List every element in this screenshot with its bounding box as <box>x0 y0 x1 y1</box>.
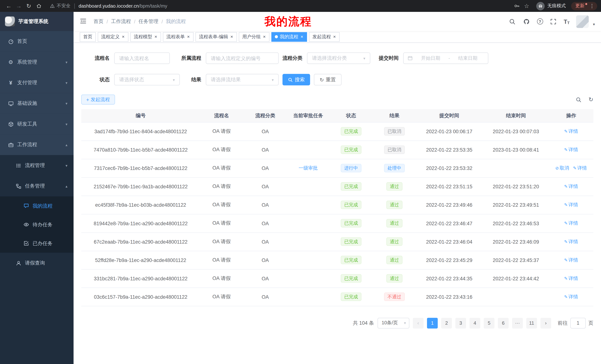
category-select[interactable]: 请选择流程分类 ▾ <box>307 52 370 64</box>
forward-icon[interactable]: → <box>14 1 24 11</box>
search-icon[interactable] <box>509 18 516 25</box>
security-indicator[interactable]: 不安全 <box>50 3 70 9</box>
detail-action[interactable]: ✎详情 <box>564 239 578 244</box>
detail-action[interactable]: ✎详情 <box>564 220 578 226</box>
page-button-11[interactable]: 11 <box>526 318 537 328</box>
tab-3[interactable]: 流程表单× <box>163 32 193 42</box>
browser-chrome: ← → ↻ 不安全 dashboard.yudao.iocoder.cn/bpm… <box>0 0 601 12</box>
avatar[interactable] <box>576 15 589 28</box>
help-icon[interactable]: ? <box>537 18 543 25</box>
page-size-select[interactable]: 10条/页 ▾ <box>377 318 409 328</box>
sidebar-item-3[interactable]: 基础设施▾ <box>0 93 74 114</box>
table-row: 67c2eaab-7b9a-11ec-a290-acde48001122OA 请… <box>81 232 593 251</box>
sidebar-item-4[interactable]: 研发工具▾ <box>0 114 74 134</box>
update-button[interactable]: 更新 ⋮ <box>571 2 597 10</box>
detail-action[interactable]: ✎详情 <box>573 165 587 171</box>
page-button-6[interactable]: 6 <box>498 318 509 328</box>
cell-process-name: OA 请假 <box>200 177 243 196</box>
search-toggle-icon[interactable] <box>576 97 582 102</box>
tab-label: 我的流程 <box>280 34 298 40</box>
detail-action[interactable]: ✎详情 <box>564 202 578 207</box>
sidebar-item-0[interactable]: 首页 <box>0 31 74 52</box>
sidebar-item-11[interactable]: 请假查询 <box>0 253 74 273</box>
sidebar-toggle-icon[interactable] <box>80 18 87 25</box>
table-toolbar: + 发起流程 ↻ <box>81 95 593 105</box>
table-row: 7317cec6-7b9b-11ec-b5b7-acde48001122OA 请… <box>81 159 593 177</box>
result-select[interactable]: 请选择流结果 ▾ <box>206 74 279 85</box>
create-process-button[interactable]: + 发起流程 <box>81 95 115 105</box>
breadcrumb-item[interactable]: 任务管理 <box>139 18 159 25</box>
detail-action[interactable]: ✎详情 <box>564 184 578 189</box>
detail-action[interactable]: ✎详情 <box>564 257 578 262</box>
bookmark-star-icon[interactable]: ☆ <box>522 1 532 11</box>
chevron-down-icon: ▾ <box>66 101 67 105</box>
table-row: 3ad174fb-7b9d-11ec-8404-acde48001122OA 请… <box>81 122 593 140</box>
tab-0[interactable]: 首页 <box>80 32 96 42</box>
close-tab-icon[interactable]: × <box>263 35 266 39</box>
key-icon[interactable] <box>512 1 522 11</box>
close-tab-icon[interactable]: × <box>187 35 190 39</box>
sidebar-item-1[interactable]: ⚙系统管理▾ <box>0 52 74 72</box>
tab-1[interactable]: 流程定义× <box>98 32 128 42</box>
fullscreen-icon[interactable] <box>550 18 557 25</box>
tab-5[interactable]: 用户分组× <box>239 32 270 42</box>
app-logo[interactable]: 芋道管理系统 <box>0 12 74 31</box>
page-button-3[interactable]: 3 <box>455 318 466 328</box>
cell-status: 已完成 <box>329 196 373 214</box>
detail-action[interactable]: ✎详情 <box>564 128 578 134</box>
sidebar-item-6[interactable]: 流程管理▾ <box>0 155 74 176</box>
detail-action[interactable]: ✎详情 <box>564 147 578 152</box>
tab-4[interactable]: 流程表单-编辑× <box>196 32 237 42</box>
sidebar-item-5[interactable]: 工作流程▴ <box>0 134 74 155</box>
breadcrumb-item[interactable]: 工作流程 <box>111 18 131 25</box>
close-tab-icon[interactable]: × <box>154 35 158 39</box>
page-button-2[interactable]: 2 <box>441 318 452 328</box>
tab-6[interactable]: 我的流程× <box>271 32 307 42</box>
cell-id: 7470a810-7b9b-11ec-b5b7-acde48001122 <box>81 140 200 159</box>
reload-icon[interactable]: ↻ <box>24 1 34 11</box>
sidebar-item-8[interactable]: 我的流程 <box>0 196 74 215</box>
next-page-button[interactable]: › <box>541 318 551 328</box>
detail-action[interactable]: ✎详情 <box>564 294 578 299</box>
current-task-link[interactable]: 一级审批 <box>299 165 318 171</box>
submit-time-range[interactable]: 开始日期 - 结束日期 <box>403 52 488 64</box>
refresh-icon[interactable]: ↻ <box>589 96 593 103</box>
prev-page-button[interactable]: ‹ <box>413 318 424 328</box>
detail-action[interactable]: ✎详情 <box>564 276 578 281</box>
chevron-up-icon: ▴ <box>66 143 67 147</box>
font-size-icon[interactable]: TT <box>564 18 570 25</box>
tab-7[interactable]: 发起流程× <box>309 32 340 42</box>
reset-button[interactable]: ↻ 重置 <box>314 74 341 85</box>
tab-2[interactable]: 流程模型× <box>130 32 161 42</box>
cell-category: OA <box>243 214 287 232</box>
breadcrumb-item[interactable]: 首页 <box>94 18 104 25</box>
menu-kebab-icon[interactable]: ⋮ <box>590 3 594 9</box>
address-bar[interactable]: dashboard.yudao.iocoder.cn/bpm/task/my <box>79 3 167 9</box>
chevron-down-icon[interactable]: ▾ <box>593 22 595 28</box>
status-select[interactable]: 请选择状态 ▾ <box>114 74 180 85</box>
close-tab-icon[interactable]: × <box>121 35 125 39</box>
process-definition-input[interactable] <box>206 52 279 64</box>
home-icon[interactable] <box>34 1 44 11</box>
chevron-down-icon: ▾ <box>66 60 67 64</box>
close-tab-icon[interactable]: × <box>333 35 336 39</box>
chevron-down-icon: ▾ <box>66 163 67 168</box>
sidebar-item-2[interactable]: ¥支付管理▾ <box>0 72 74 93</box>
sidebar-item-7[interactable]: 任务管理▴ <box>0 176 74 196</box>
page-button-4[interactable]: 4 <box>470 318 480 328</box>
github-icon[interactable] <box>523 18 530 25</box>
more-pages-icon[interactable]: ··· <box>512 318 523 328</box>
search-button[interactable]: 搜索 <box>282 74 310 85</box>
status-badge: 已完成 <box>341 219 361 227</box>
page-button-1[interactable]: 1 <box>427 318 438 328</box>
close-tab-icon[interactable]: × <box>230 35 233 39</box>
sidebar-item-10[interactable]: 已办任务 <box>0 234 74 253</box>
page-button-5[interactable]: 5 <box>484 318 495 328</box>
logo-image <box>5 17 15 27</box>
close-tab-icon[interactable]: × <box>300 35 304 39</box>
sidebar-item-9[interactable]: 待办任务 <box>0 215 74 234</box>
process-name-input[interactable] <box>114 52 170 64</box>
page-jump-input[interactable] <box>570 318 586 328</box>
cancel-action[interactable]: ⊘取消 <box>555 165 569 171</box>
back-icon[interactable]: ← <box>4 1 14 11</box>
